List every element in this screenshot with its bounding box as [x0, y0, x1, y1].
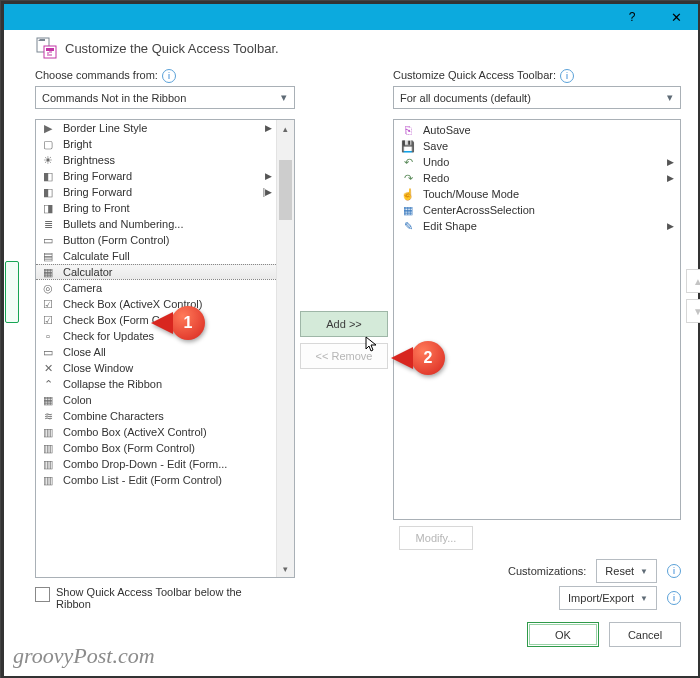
customize-qat-dropdown[interactable]: For all documents (default) ▾ [393, 86, 681, 109]
submenu-icon: ▶ [265, 123, 272, 133]
list-item-label: Colon [63, 394, 272, 406]
scroll-down-icon[interactable]: ▾ [277, 560, 294, 577]
list-item-label: Border Line Style [63, 122, 272, 134]
reorder-buttons: ▲ ▼ [686, 269, 700, 323]
list-item-label: Brightness [63, 154, 272, 166]
list-item[interactable]: ▤Calculate Full [36, 248, 276, 264]
callout-2: 2 [411, 341, 445, 375]
list-item[interactable]: ≋Combine Characters [36, 408, 276, 424]
panel-header: Customize the Quick Access Toolbar. [35, 33, 681, 69]
command-icon: ◧ [40, 184, 56, 200]
qat-item[interactable]: ▦CenterAcrossSelection [396, 202, 678, 218]
right-column: Customize Quick Access Toolbar:i For all… [393, 69, 681, 610]
info-icon[interactable]: i [667, 591, 681, 605]
scrollbar[interactable]: ▴ ▾ [276, 120, 294, 577]
command-icon: ≣ [40, 216, 56, 232]
list-item[interactable]: ▢Bright [36, 136, 276, 152]
list-item[interactable]: ◨Bring to Front [36, 200, 276, 216]
qat-item[interactable]: ↷Redo▶ [396, 170, 678, 186]
list-item-label: Close All [63, 346, 272, 358]
commands-listbox[interactable]: ▶Border Line Style▶▢Bright☀Brightness◧Br… [35, 119, 295, 578]
move-up-button[interactable]: ▲ [686, 269, 700, 293]
info-icon[interactable]: i [162, 69, 176, 83]
svg-rect-2 [46, 48, 54, 51]
modify-button: Modify... [399, 526, 473, 550]
list-item-label: Calculator [63, 266, 272, 278]
command-icon: ⎘ [400, 122, 416, 138]
list-item-label: Bright [63, 138, 272, 150]
choose-commands-dropdown[interactable]: Commands Not in the Ribbon ▾ [35, 86, 295, 109]
list-item[interactable]: ▥Combo Box (Form Control) [36, 440, 276, 456]
caret-down-icon: ▼ [640, 594, 648, 603]
submenu-icon: |▶ [263, 187, 272, 197]
list-item-label: Bring Forward [63, 186, 272, 198]
command-icon: ↶ [400, 154, 416, 170]
list-item[interactable]: ▭Button (Form Control) [36, 232, 276, 248]
list-item[interactable]: ▶Border Line Style▶ [36, 120, 276, 136]
list-item-label: Camera [63, 282, 272, 294]
submenu-icon: ▶ [667, 157, 674, 167]
command-icon: ▥ [40, 456, 56, 472]
command-icon: ▭ [40, 232, 56, 248]
qat-item[interactable]: 💾Save [396, 138, 678, 154]
list-item-label: Button (Form Control) [63, 234, 272, 246]
qat-item-label: Touch/Mouse Mode [423, 188, 674, 200]
list-item[interactable]: ▭Close All [36, 344, 276, 360]
command-icon: ▫ [40, 328, 56, 344]
qat-item[interactable]: ⎘AutoSave [396, 122, 678, 138]
list-item-label: Bullets and Numbering... [63, 218, 272, 230]
command-icon: ▶ [40, 120, 56, 136]
show-below-ribbon-label: Show Quick Access Toolbar below the Ribb… [56, 586, 275, 610]
move-down-button[interactable]: ▼ [686, 299, 700, 323]
qat-item-label: CenterAcrossSelection [423, 204, 674, 216]
command-icon: ☝ [400, 186, 416, 202]
qat-item-label: Undo [423, 156, 674, 168]
list-item[interactable]: ≣Bullets and Numbering... [36, 216, 276, 232]
cancel-button[interactable]: Cancel [609, 622, 681, 647]
list-item[interactable]: ✕Close Window [36, 360, 276, 376]
qat-item[interactable]: ↶Undo▶ [396, 154, 678, 170]
command-icon: ◧ [40, 168, 56, 184]
chevron-down-icon: ▾ [662, 90, 677, 105]
help-button[interactable]: ? [610, 4, 654, 30]
list-item[interactable]: ◧Bring Forward|▶ [36, 184, 276, 200]
list-item[interactable]: ☀Brightness [36, 152, 276, 168]
qat-listbox[interactable]: ⎘AutoSave💾Save↶Undo▶↷Redo▶☝Touch/Mouse M… [393, 119, 681, 520]
list-item[interactable]: ◧Bring Forward▶ [36, 168, 276, 184]
list-item[interactable]: ◎Camera [36, 280, 276, 296]
list-item[interactable]: ▦Calculator [36, 264, 276, 280]
info-icon[interactable]: i [560, 69, 574, 83]
command-icon: ≋ [40, 408, 56, 424]
show-below-ribbon-checkbox[interactable] [35, 587, 50, 602]
info-icon[interactable]: i [667, 564, 681, 578]
list-item-label: Bring Forward [63, 170, 272, 182]
list-item[interactable]: ▥Combo Box (ActiveX Control) [36, 424, 276, 440]
qat-item[interactable]: ✎Edit Shape▶ [396, 218, 678, 234]
ok-button[interactable]: OK [527, 622, 599, 647]
command-icon: ↷ [400, 170, 416, 186]
caret-down-icon: ▼ [640, 567, 648, 576]
customize-qat-label: Customize Quick Access Toolbar:i [393, 69, 681, 83]
command-icon: ▭ [40, 344, 56, 360]
list-item[interactable]: ▦Colon [36, 392, 276, 408]
command-icon: ☀ [40, 152, 56, 168]
customizations-label: Customizations: [508, 565, 586, 577]
reset-button[interactable]: Reset▼ [596, 559, 657, 583]
list-item-label: Bring to Front [63, 202, 272, 214]
qat-item[interactable]: ☝Touch/Mouse Mode [396, 186, 678, 202]
command-icon: ▦ [40, 264, 56, 280]
scroll-thumb[interactable] [279, 160, 292, 220]
add-button[interactable]: Add >> [300, 311, 388, 337]
import-export-button[interactable]: Import/Export▼ [559, 586, 657, 610]
show-below-ribbon-row: Show Quick Access Toolbar below the Ribb… [35, 586, 275, 610]
list-item[interactable]: ⌃Collapse the Ribbon [36, 376, 276, 392]
customize-qat-value: For all documents (default) [400, 92, 531, 104]
list-item-label: Combo Box (Form Control) [63, 442, 272, 454]
list-item-label: Combine Characters [63, 410, 272, 422]
list-item[interactable]: ▥Combo Drop-Down - Edit (Form... [36, 456, 276, 472]
close-button[interactable]: ✕ [654, 4, 698, 30]
command-icon: ✎ [400, 218, 416, 234]
list-item[interactable]: ▥Combo List - Edit (Form Control) [36, 472, 276, 488]
command-icon: ◨ [40, 200, 56, 216]
scroll-up-icon[interactable]: ▴ [277, 120, 294, 137]
